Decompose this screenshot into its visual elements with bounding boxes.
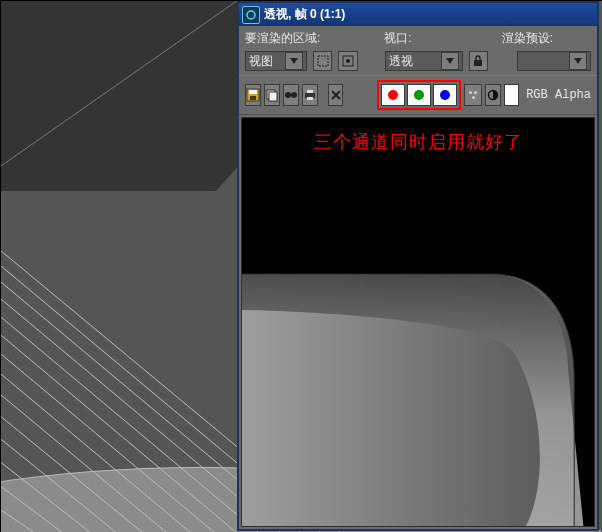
render-preset-dropdown[interactable] [517,51,591,71]
clone-button[interactable] [283,84,299,106]
annotation-text: 三个通道同时启用就好了 [242,130,594,154]
channel-mode-text: RGB Alpha [526,88,591,102]
viewport-value: 透视 [389,53,413,70]
app-icon [242,6,260,24]
preset-label: 渲染预设: [502,30,553,47]
svg-rect-22 [249,90,257,94]
copy-button[interactable] [264,84,280,106]
svg-rect-25 [269,92,277,101]
clear-button[interactable] [328,84,343,106]
dropdown-arrow-icon [441,52,459,70]
render-area-value: 视图 [249,53,273,70]
render-output-viewport[interactable]: 三个通道同时启用就好了 [241,117,595,527]
render-frame-window: 透视, 帧 0 (1:1) 要渲染的区域: 视口: 渲染预设: 视图 透视 [237,1,599,531]
svg-point-16 [247,11,255,19]
save-button[interactable] [245,84,261,106]
print-button[interactable] [302,84,318,106]
alpha-channel-button[interactable] [464,84,482,106]
auto-region-button[interactable] [338,51,357,71]
window-title: 透视, 帧 0 (1:1) [264,6,345,23]
svg-rect-29 [307,90,313,93]
green-channel-button[interactable] [407,84,431,106]
blue-channel-button[interactable] [433,84,457,106]
render-toolbar: RGB Alpha [239,75,597,115]
svg-rect-17 [318,56,328,66]
svg-point-26 [285,92,291,98]
red-channel-button[interactable] [381,84,405,106]
render-area-dropdown[interactable]: 视图 [245,51,307,71]
svg-point-27 [291,92,297,98]
rendered-image [242,214,594,527]
svg-rect-30 [307,97,313,100]
app-root: 透视, 帧 0 (1:1) 要渲染的区域: 视口: 渲染预设: 视图 透视 [0,0,602,532]
dropdown-arrow-icon [569,52,587,70]
render-controls-row: 视图 透视 [239,49,597,75]
rgb-channel-group [377,80,461,110]
region-select-button[interactable] [313,51,332,71]
area-label: 要渲染的区域: [245,30,320,47]
svg-rect-20 [474,60,482,66]
svg-line-0 [1,1,251,201]
viewport-label: 视口: [384,30,411,47]
dropdown-arrow-icon [285,52,303,70]
mono-channel-button[interactable] [485,84,500,106]
svg-point-19 [346,59,350,63]
viewport-dropdown[interactable]: 透视 [385,51,462,71]
color-swatch[interactable] [504,84,519,106]
svg-rect-23 [250,96,256,100]
titlebar[interactable]: 透视, 帧 0 (1:1) [239,3,597,26]
lock-viewport-button[interactable] [469,51,488,71]
render-controls-labels: 要渲染的区域: 视口: 渲染预设: [239,26,597,49]
